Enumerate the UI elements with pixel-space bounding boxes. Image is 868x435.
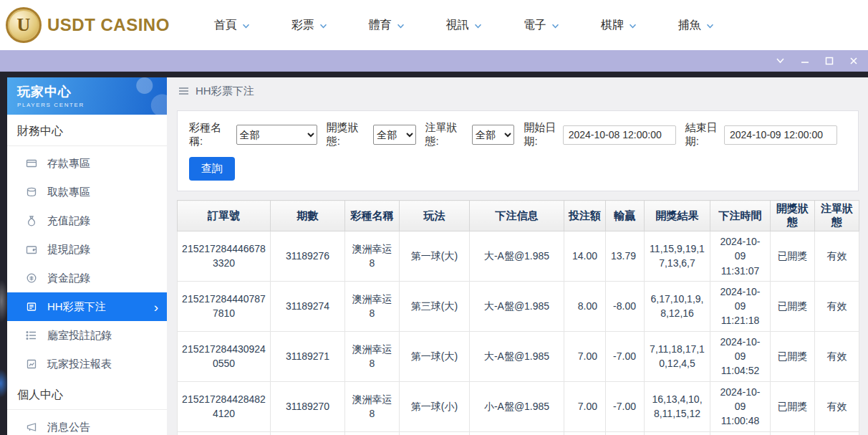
report-icon (26, 358, 37, 370)
window-maximize-icon[interactable] (825, 57, 834, 65)
nav-item[interactable]: 首頁 (214, 18, 250, 33)
nav-item-label: 棋牌 (601, 18, 624, 33)
sidebar-item-withdraw[interactable]: 取款專區 (7, 178, 167, 206)
sidebar-item-label: 提現記錄 (47, 243, 90, 257)
table-cell: 有效 (815, 331, 859, 381)
table-cell: -7.00 (606, 431, 645, 435)
table-cell: -8.00 (606, 281, 645, 331)
nav-item[interactable]: 彩票 (291, 18, 327, 33)
table-cell: 有效 (815, 281, 859, 331)
end-date-input[interactable] (724, 125, 837, 145)
column-header: 彩種名稱 (345, 201, 400, 231)
main-panel: HH彩票下注 彩種名稱: 全部 開獎狀態: 全部 (167, 77, 868, 435)
table-cell: 8.00 (564, 281, 606, 331)
nav-item[interactable]: 捕魚 (678, 18, 714, 33)
table-cell: 已開獎 (771, 381, 815, 431)
start-date-input[interactable] (563, 125, 676, 145)
nav-item[interactable]: 電子 (524, 18, 559, 33)
sidebar-item-lottery[interactable]: HH彩票下注› (7, 292, 167, 321)
column-header: 注單狀態 (815, 201, 859, 231)
table-cell: 第一球(小) (400, 431, 470, 435)
nav-item-label: 捕魚 (678, 18, 701, 33)
sidebar-item-label: HH彩票下注 (47, 300, 106, 314)
sidebar-item-label: 廳室投註記錄 (47, 329, 112, 343)
column-header: 下注時間 (710, 201, 771, 231)
table-cell: 2152172844466783320 (178, 231, 271, 282)
table-cell: 澳洲幸运8 (345, 431, 400, 435)
chevron-down-icon (629, 24, 637, 29)
nav-item[interactable]: 體育 (369, 18, 405, 33)
table-cell: 第一球(小) (400, 381, 470, 431)
nav-item[interactable]: 視訊 (446, 18, 482, 33)
bet-table-body: 215217284446678332031189276澳洲幸运8第一球(大)大-… (178, 231, 859, 435)
table-cell: 31189276 (271, 231, 345, 282)
column-header: 開獎結果 (645, 201, 710, 231)
table-cell: 大-A盤@1.985 (470, 331, 564, 381)
finance-menu: 存款專區取款專區充值記錄提現記錄資金記錄HH彩票下注›廳室投註記錄玩家投注報表 (7, 149, 167, 378)
table-cell: 大-A盤@1.985 (470, 231, 564, 282)
column-header: 下注信息 (470, 201, 564, 231)
sidebar-item-label: 取款專區 (47, 186, 90, 199)
sidebar-item-message[interactable]: 消息公告 (7, 413, 167, 435)
table-cell: 2024-10-09 11:00:48 (710, 381, 771, 431)
sidebar-item-hall[interactable]: 廳室投註記錄 (7, 321, 167, 350)
sidebar-item-recharge[interactable]: 充值記錄 (7, 206, 167, 235)
lottery-name-select[interactable]: 全部 (236, 125, 317, 145)
draw-status-select[interactable]: 全部 (373, 125, 415, 145)
chevron-down-icon (474, 24, 482, 29)
window-minimize-icon[interactable] (801, 57, 809, 65)
table-cell: 有效 (815, 381, 859, 431)
sidebar-item-cashout[interactable]: 提現記錄 (7, 235, 167, 264)
table-cell: 2024-10-09 11:04:52 (710, 331, 771, 381)
table-cell: 已開獎 (771, 431, 815, 435)
sidebar-item-report[interactable]: 玩家投注報表 (7, 350, 167, 378)
column-header: 開獎狀態 (771, 201, 815, 231)
chevron-down-icon (242, 24, 250, 29)
filter-row: 彩種名稱: 全部 開獎狀態: 全部 注單狀態: 全 (189, 121, 847, 148)
table-cell: 小-A盤@1.985 (470, 381, 564, 431)
nav-item[interactable]: 棋牌 (601, 18, 637, 33)
table-cell: 17,13,18,1,2,10,3,19 (645, 431, 710, 435)
table-cell: 31189270 (271, 381, 345, 431)
nav-item-label: 電子 (524, 18, 546, 33)
window-body: 玩家中心 PLAYERS CENTER 財務中心 存款專區取款專區充值記錄提現記… (0, 72, 868, 435)
table-row: 215217284428482412031189270澳洲幸运8第一球(小)小-… (178, 381, 859, 431)
window-close-icon[interactable] (849, 57, 858, 65)
nav-item-label: 彩票 (291, 18, 314, 33)
section-personal-heading: 個人中心 (7, 378, 167, 410)
table-cell: 7.00 (564, 431, 606, 435)
table-row: 215217284440787781031189274澳洲幸运8第三球(大)大-… (178, 281, 859, 331)
table-cell: 有效 (815, 431, 859, 435)
order-status-select[interactable]: 全部 (472, 125, 514, 145)
table-cell: 大-A盤@1.985 (470, 281, 564, 331)
chevron-right-icon: › (154, 300, 158, 314)
table-cell: 澳洲幸运8 (345, 281, 400, 331)
personal-menu: 消息公告 (7, 413, 167, 435)
sidebar-item-funds[interactable]: 資金記錄 (7, 264, 167, 292)
table-row: 215217284426169290031189269澳洲幸运8第一球(小)小-… (178, 431, 859, 435)
nav-item-label: 體育 (369, 18, 392, 33)
order-status-label: 注單狀態: (425, 121, 468, 148)
table-cell: 2152172844284824120 (178, 381, 271, 431)
deposit-icon (26, 158, 37, 169)
player-center-subtitle: PLAYERS CENTER (17, 102, 167, 108)
table-cell: 7.00 (564, 331, 606, 381)
table-row: 215217284446678332031189276澳洲幸运8第一球(大)大-… (178, 231, 859, 282)
table-header-row: 訂單號期數彩種名稱玩法下注信息投注額輸贏開獎結果下注時間開獎狀態注單狀態 (178, 201, 859, 231)
nav-item-label: 視訊 (446, 18, 469, 33)
draw-status-label: 開獎狀態: (327, 121, 369, 148)
table-cell: 13.79 (606, 231, 645, 282)
window-collapse-icon[interactable] (776, 57, 785, 64)
recharge-icon (26, 215, 37, 226)
table-cell: 第一球(大) (400, 331, 470, 381)
search-button[interactable]: 查詢 (189, 157, 235, 181)
table-cell: 小-A盤@1.985 (470, 431, 564, 435)
start-date-label: 開始日期: (524, 121, 558, 148)
casino-logo[interactable]: U USDT CASINO (6, 7, 170, 43)
end-date-label: 結束日期: (685, 121, 720, 148)
sidebar-item-deposit[interactable]: 存款專區 (7, 149, 167, 178)
hamburger-icon (178, 87, 189, 95)
table-cell: 11,15,9,19,17,13,6,7 (645, 231, 710, 282)
table-cell: -7.00 (606, 381, 645, 431)
funds-icon (26, 272, 37, 284)
